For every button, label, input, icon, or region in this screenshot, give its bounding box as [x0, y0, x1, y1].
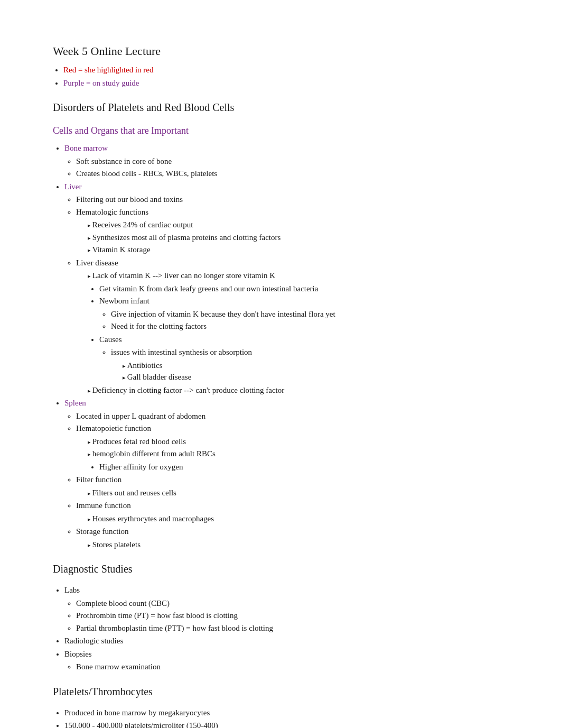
biopsies-item: Biopsies Bone marrow examination — [64, 648, 519, 673]
spleen-hema-1: Produces fetal red blood cells — [88, 436, 519, 448]
platelets-1: Produced in bone marrow by megakaryocyte… — [64, 707, 519, 719]
vit-k-1: Get vitamin K from dark leafy greens and… — [99, 283, 519, 295]
legend-purple: Purple = on study guide — [63, 77, 519, 89]
newborn-2: Need it for the clotting factors — [111, 320, 519, 333]
diagnostic-content: Labs Complete blood count (CBC) Prothrom… — [53, 584, 519, 673]
liver-disease-1: Lack of vitamin K --> liver can no longe… — [88, 270, 519, 383]
bone-marrow-detail-2: Creates blood cells - RBCs, WBCs, platel… — [76, 168, 519, 180]
liver-hema-2: Synthesizes most all of plasma proteins … — [88, 232, 519, 244]
liver-disease: Liver disease Lack of vitamin K --> live… — [76, 257, 519, 397]
liver-hema-3: Vitamin K storage — [88, 244, 519, 256]
section-disorders: Disorders of Platelets and Red Blood Cel… — [53, 99, 519, 115]
spleen-immune-1: Houses erythrocytes and macrophages — [88, 513, 519, 525]
biopsies-1: Bone marrow examination — [76, 661, 519, 673]
radiologic-item: Radiologic studies — [64, 635, 519, 647]
liver-disease-2: Deficiency in clotting factor --> can't … — [88, 384, 519, 397]
cells-organs-content: Bone marrow Soft substance in core of bo… — [53, 142, 519, 550]
subsection-cells-organs: Cells and Organs that are Important — [53, 124, 519, 138]
labs-item: Labs Complete blood count (CBC) Prothrom… — [64, 584, 519, 634]
bone-marrow-detail-1: Soft substance in core of bone — [76, 155, 519, 168]
liver-detail-2: Hematologic functions Receives 24% of ca… — [76, 206, 519, 256]
list-item-bone-marrow: Bone marrow Soft substance in core of bo… — [64, 142, 519, 180]
causes-gall: Gall bladder disease — [123, 371, 519, 383]
spleen-2: Hematopoietic function Produces fetal re… — [76, 422, 519, 473]
spleen-storage-1: Stores platelets — [88, 539, 519, 551]
liver-detail-1: Filtering out our blood and toxins — [76, 193, 519, 206]
platelets-2: 150,000 - 400,000 platelets/microliter (… — [64, 720, 519, 728]
spleen-hema-2: hemoglobin different from adult RBCs Hig… — [88, 448, 519, 473]
newborn-1: Give injection of vitamin K because they… — [111, 308, 519, 320]
causes-1: issues with intestinal synthesis or abso… — [111, 346, 519, 383]
legend-list: Red = she highlighted in red Purple = on… — [53, 64, 519, 89]
section-diagnostic: Diagnostic Studies — [53, 561, 519, 577]
list-item-spleen: Spleen Located in upper L quadrant of ab… — [64, 397, 519, 550]
spleen-5: Storage function Stores platelets — [76, 526, 519, 550]
spleen-hemo-1: Higher affinity for oxygen — [99, 461, 519, 473]
labs-3: Partial thromboplastin time (PTT) = how … — [76, 622, 519, 634]
page-title: Week 5 Online Lecture — [53, 42, 519, 60]
platelets-content: Produced in bone marrow by megakaryocyte… — [53, 707, 519, 729]
labs-1: Complete blood count (CBC) — [76, 597, 519, 610]
legend-red: Red = she highlighted in red — [63, 64, 519, 76]
labs-2: Prothrombin time (PT) = how fast blood i… — [76, 610, 519, 622]
vit-k-2: Newborn infant Give injection of vitamin… — [99, 295, 519, 333]
spleen-3: Filter function Filters out and reuses c… — [76, 474, 519, 499]
section-platelets: Platelets/Thrombocytes — [53, 684, 519, 699]
causes-antibiotics: Antibiotics — [123, 360, 519, 372]
spleen-filter-1: Filters out and reuses cells — [88, 487, 519, 499]
list-item-liver: Liver Filtering out our blood and toxins… — [64, 181, 519, 397]
spleen-4: Immune function Houses erythrocytes and … — [76, 500, 519, 524]
vit-k-causes: Causes issues with intestinal synthesis … — [99, 334, 519, 383]
liver-hema-1: Receives 24% of cardiac output — [88, 219, 519, 231]
spleen-1: Located in upper L quadrant of abdomen — [76, 410, 519, 422]
